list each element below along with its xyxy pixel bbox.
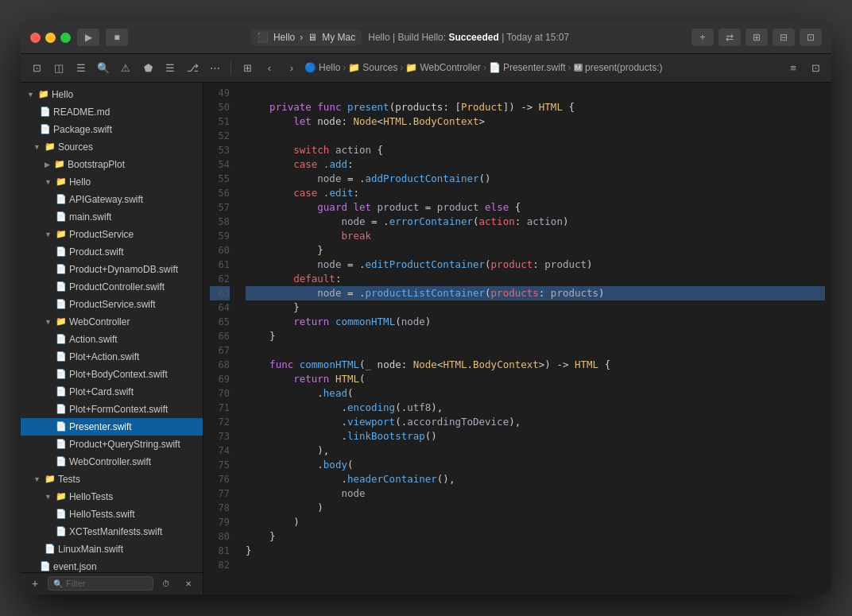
filter-options-btn[interactable]: ⏱ [157,574,176,593]
tree-item-webcontroller[interactable]: ▼ 📁 WebController [21,313,203,331]
search-btn[interactable]: 🔍 [94,58,113,77]
tree-item-webcontroller-swift[interactable]: 📄 WebController.swift [21,453,203,471]
minimize-button[interactable] [45,33,56,43]
tree-item-sources[interactable]: ▼ 📁 Sources [21,138,203,156]
tree-item-hello-root[interactable]: ▼ 📁 Hello [21,86,203,103]
productcontroller-file-icon: 📄 [56,281,67,292]
stop-button[interactable]: ■ [106,29,128,46]
bootstrapplot-folder-icon: 📁 [54,159,65,169]
add-file-btn[interactable]: + [25,574,45,593]
tree-item-bootstrapplot[interactable]: ▶ 📁 BootstrapPlot [21,156,203,173]
code-line-49 [246,86,825,100]
nav-forward-btn[interactable]: › [282,58,301,77]
tree-item-package[interactable]: 📄 Package.swift [21,121,203,138]
maximize-button[interactable] [60,33,71,43]
inspectors-btn[interactable]: ☰ [72,58,91,77]
warning-btn[interactable]: ⚠ [116,58,135,77]
code-line-68: func commonHTML(_ node: Node<HTML.BodyCo… [246,358,825,372]
settings-btn[interactable]: ⬟ [138,58,157,77]
tree-item-xctestmanifests[interactable]: 📄 XCTestManifests.swift [21,523,203,540]
layout-btn-1[interactable]: ⊞ [746,29,768,46]
add-tab-button[interactable]: + [691,29,714,46]
productservice-folder-icon: 📁 [56,229,67,239]
breadcrumb-method[interactable]: M present(products:) [574,62,663,73]
webcontroller-swift-file-icon: 📄 [56,456,67,467]
tree-item-tests[interactable]: ▼ 📁 Tests [21,471,203,488]
toolbar-right: ≡ ⊡ [784,58,825,77]
more-btn[interactable]: ⋯ [205,58,224,77]
tree-item-linuxmain[interactable]: 📄 LinuxMain.swift [21,540,203,558]
traffic-lights [30,33,71,43]
tree-item-plot-card[interactable]: 📄 Plot+Card.swift [21,383,203,401]
split-editor-btn[interactable]: ⊡ [806,58,825,77]
breadcrumb-sep-3: › [483,62,486,73]
tree-item-hellotests[interactable]: 📄 HelloTests.swift [21,506,203,523]
nav-back-btn[interactable]: ‹ [260,58,279,77]
tree-item-main[interactable]: 📄 main.swift [21,208,203,226]
code-line-53: switch action { [246,143,825,157]
tree-item-plot-bodycontext[interactable]: 📄 Plot+BodyContext.swift [21,366,203,383]
code-line-51: let node: Node<HTML.BodyContext> [246,114,825,129]
layout-btn-2[interactable]: ⊟ [773,29,795,46]
tree-item-hellotests-folder[interactable]: ▼ 📁 HelloTests [21,488,203,506]
plot-card-file-icon: 📄 [56,386,67,397]
bootstrapplot-label: BootstrapPlot [68,159,125,170]
tree-item-product-dynamo[interactable]: 📄 Product+DynamoDB.swift [21,261,203,278]
code-line-69: return HTML( [246,372,825,386]
plot-bodycontext-file-icon: 📄 [56,369,67,379]
split-button[interactable]: ⇄ [718,29,741,46]
tree-item-hello-sub[interactable]: ▼ 📁 Hello [21,173,203,191]
build-status: Hello | Build Hello: Succeeded | Today a… [368,32,569,43]
navigator-btn[interactable]: ◫ [49,58,68,77]
breadcrumb-sources[interactable]: 📁 Sources [348,62,397,73]
apigateway-label: APIGateway.swift [69,194,143,205]
sidebar-toggle-btn[interactable]: ⊡ [27,58,46,77]
tree-item-event-json[interactable]: 📄 event.json [21,558,203,572]
main-content: ▼ 📁 Hello 📄 README.md 📄 Package.swift ▼ … [21,83,831,595]
filter-icon: 🔍 [53,579,63,588]
code-line-67 [246,343,825,358]
close-button[interactable] [30,33,41,43]
hello-root-label: Hello [52,89,73,100]
editor-options-btn[interactable]: ≡ [784,58,803,77]
tree-item-productservice[interactable]: ▼ 📁 ProductService [21,226,203,243]
tree-item-readme[interactable]: 📄 README.md [21,103,203,121]
list-btn[interactable]: ☰ [161,58,180,77]
productservice-chevron-icon: ▼ [45,231,52,238]
tree-item-presenter[interactable]: 📄 Presenter.swift [21,418,203,436]
tests-label: Tests [58,474,80,485]
breadcrumb-presenter[interactable]: 📄 Presenter.swift [489,62,566,73]
tree-item-apigateway[interactable]: 📄 APIGateway.swift [21,191,203,208]
breadcrumb-webcontroller[interactable]: 📁 WebController [405,62,480,73]
destination-label: My Mac [322,32,355,43]
code-line-76: .headerContainer(), [246,472,825,486]
tree-item-product-querystring[interactable]: 📄 Product+QueryString.swift [21,436,203,453]
tree-item-action[interactable]: 📄 Action.swift [21,331,203,348]
breadcrumb: 🔵 Hello › 📁 Sources › 📁 WebController › … [304,62,780,73]
tree-item-plot-formcontext[interactable]: 📄 Plot+FormContext.swift [21,401,203,418]
scheme-selector[interactable]: ⬛ Hello › 🖥 My Mac [250,29,362,45]
layout-btn-3[interactable]: ⊡ [800,29,822,46]
code-content[interactable]: private func present(products: [Product]… [239,83,831,595]
code-area[interactable]: 49 50 51 52 53 54 55 56 57 58 59 60 61 6… [203,83,831,595]
code-line-72: .viewport(.accordingToDevice), [246,415,825,429]
tree-item-productservice-swift[interactable]: 📄 ProductService.swift [21,296,203,313]
plot-card-label: Plot+Card.swift [69,386,134,397]
code-editor[interactable]: 49 50 51 52 53 54 55 56 57 58 59 60 61 6… [203,83,831,595]
filter-placeholder: Filter [66,579,85,588]
breadcrumb-hello[interactable]: 🔵 Hello [304,62,340,73]
grid-btn[interactable]: ⊞ [238,58,257,77]
tree-item-productcontroller[interactable]: 📄 ProductController.swift [21,278,203,296]
code-line-61: node = .editProductContainer(product: pr… [246,258,825,272]
tree-item-plot-action[interactable]: 📄 Plot+Action.swift [21,348,203,366]
hellotests-folder-icon: 📁 [56,491,67,502]
tree-item-product-swift[interactable]: 📄 Product.swift [21,243,203,261]
line-numbers: 49 50 51 52 53 54 55 56 57 58 59 60 61 6… [203,83,239,595]
branch-btn[interactable]: ⎇ [183,58,202,77]
toolbar-divider-1 [230,60,231,75]
run-button[interactable]: ▶ [77,29,99,46]
code-line-59: break [246,229,825,243]
code-line-70: .head( [246,386,825,401]
event-json-file-icon: 📄 [40,561,51,571]
filter-more-btn[interactable]: ✕ [179,574,198,593]
